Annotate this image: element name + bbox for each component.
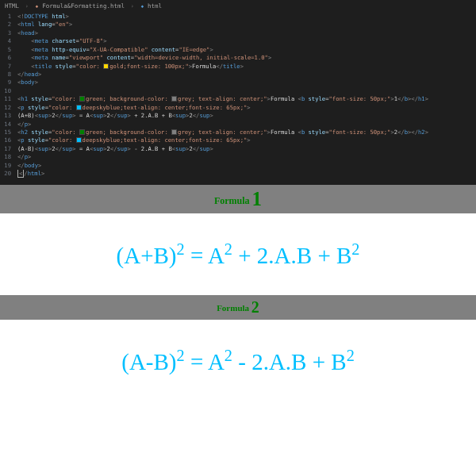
line-number: 18 bbox=[0, 153, 17, 161]
code-line[interactable]: <p style="color: deepskyblue;text-align:… bbox=[17, 136, 476, 144]
line-number: 17 bbox=[0, 145, 17, 153]
formula-heading-1: Formula 1 bbox=[0, 185, 476, 213]
line-number: 16 bbox=[0, 136, 17, 144]
line-number: 7 bbox=[0, 63, 17, 71]
color-swatch-icon bbox=[79, 96, 85, 102]
line-number: 3 bbox=[0, 29, 17, 37]
color-swatch-icon bbox=[171, 96, 177, 102]
chevron-right-icon: › bbox=[131, 2, 135, 10]
line-number: 20 bbox=[0, 170, 17, 178]
code-line[interactable]: <body> bbox=[17, 79, 476, 86]
code-editor-panel: HTML › ⬥ Formula&Formatting.html › ⬥ htm… bbox=[0, 0, 476, 185]
line-number: 10 bbox=[0, 87, 17, 95]
code-line[interactable]: </html> bbox=[17, 170, 476, 178]
color-swatch-icon bbox=[76, 105, 82, 110]
code-line[interactable]: (A+B)<sup>2</sup> = A<sup>2</sup> + 2.A.… bbox=[17, 112, 476, 120]
heading-number: 1 bbox=[252, 188, 263, 209]
formula-1: (A+B)2 = A2 + 2.A.B + B2 bbox=[0, 213, 476, 296]
line-number: 19 bbox=[0, 162, 17, 170]
preview-panel: Formula 1 (A+B)2 = A2 + 2.A.B + B2 Formu… bbox=[0, 185, 476, 402]
code-line[interactable]: <!DOCTYPE html> bbox=[17, 13, 476, 21]
code-line[interactable]: </p> bbox=[17, 153, 476, 161]
line-number: 12 bbox=[0, 104, 17, 112]
line-number: 2 bbox=[0, 21, 17, 29]
code-line[interactable]: <p style="color: deepskyblue;text-align:… bbox=[17, 104, 476, 112]
code-line[interactable]: <meta name="viewport" content="width=dev… bbox=[17, 54, 476, 62]
line-number: 14 bbox=[0, 121, 17, 129]
line-number: 13 bbox=[0, 112, 17, 120]
color-swatch-icon bbox=[76, 137, 82, 143]
code-line[interactable]: (A-B)<sup>2</sup> = A<sup>2</sup> - 2.A.… bbox=[17, 145, 476, 153]
line-number: 4 bbox=[0, 37, 17, 45]
code-line[interactable] bbox=[17, 87, 476, 95]
code-line[interactable]: <title style="color: gold;font-size: 100… bbox=[17, 63, 476, 71]
color-swatch-icon bbox=[171, 129, 177, 135]
color-swatch-icon bbox=[79, 129, 85, 135]
formula-heading-2: Formula 2 bbox=[0, 295, 476, 320]
heading-label: Formula bbox=[217, 303, 251, 313]
breadcrumb-item[interactable]: Formula&Formatting.html bbox=[42, 2, 125, 10]
code-line[interactable]: </body> bbox=[17, 162, 476, 170]
line-number: 11 bbox=[0, 95, 17, 103]
line-number: 8 bbox=[0, 71, 17, 79]
heading-number: 2 bbox=[251, 298, 259, 316]
code-line[interactable]: <meta http-equiv="X-UA-Compatible" conte… bbox=[17, 46, 476, 54]
code-line[interactable]: <meta charset="UTF-8"> bbox=[17, 37, 476, 45]
breadcrumb-item[interactable]: HTML bbox=[5, 2, 19, 10]
formula-2: (A-B)2 = A2 - 2.A.B + B2 bbox=[0, 320, 476, 402]
line-number: 9 bbox=[0, 79, 17, 86]
line-number: 15 bbox=[0, 129, 17, 136]
line-number: 6 bbox=[0, 54, 17, 62]
breadcrumb: HTML › ⬥ Formula&Formatting.html › ⬥ htm… bbox=[0, 0, 476, 13]
code-line[interactable]: <head> bbox=[17, 29, 476, 37]
heading-label: Formula bbox=[214, 195, 252, 206]
code-line[interactable]: <h1 style="color: green; background-colo… bbox=[17, 95, 476, 103]
code-line[interactable]: <html lang="en"> bbox=[17, 21, 476, 29]
code-line[interactable]: </head> bbox=[17, 71, 476, 79]
breadcrumb-item[interactable]: html bbox=[148, 2, 162, 10]
line-number: 1 bbox=[0, 13, 17, 21]
code-line[interactable]: </p> bbox=[17, 121, 476, 129]
code-area[interactable]: 1<!DOCTYPE html> 2<html lang="en"> 3<hea… bbox=[0, 13, 476, 180]
color-swatch-icon bbox=[103, 63, 109, 69]
line-number: 5 bbox=[0, 46, 17, 54]
code-line[interactable]: <h2 style="color: green; background-colo… bbox=[17, 129, 476, 136]
chevron-right-icon: › bbox=[25, 2, 29, 10]
